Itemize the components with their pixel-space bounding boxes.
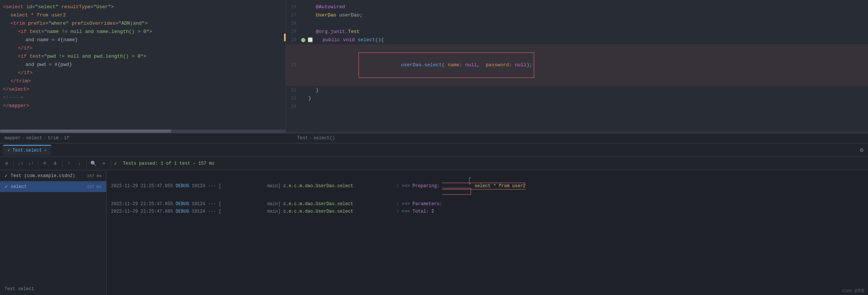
down-button[interactable]: ↓ (76, 160, 83, 167)
xml-if2-tag: <if (18, 52, 30, 61)
log-sep-1: : (353, 183, 402, 189)
log-arrow-2: ==> (402, 201, 413, 207)
log-type-2: Parameters: (413, 201, 442, 207)
log-type-1: Preparing: (413, 183, 442, 189)
line-num-20: 20 (289, 36, 301, 44)
rerun-button[interactable]: ↓↑ (17, 160, 24, 167)
xml-prefix-attr: prefix (28, 19, 46, 28)
bottom-bar: Test select (0, 283, 39, 295)
log-level-3: DEBUG (176, 209, 192, 214)
xml-q2: " (55, 3, 61, 11)
java-line-16: 16 @Autowired (286, 3, 868, 11)
log-highlight-box: select * from user2 (442, 177, 526, 195)
xml-panel: <select id="select" resultType="User"> s… (0, 0, 286, 133)
java-userdao: UserDao userDao; (301, 11, 363, 19)
bc-test: Test (297, 136, 308, 141)
xml-scrollbar-thumb[interactable] (0, 130, 171, 133)
log-pid-1: 19124 --- [ (192, 183, 221, 189)
rerun-failed-button[interactable]: ↓↑ (27, 160, 35, 167)
test-item-select-name: select (10, 184, 84, 189)
red-box-highlight: userDao.select( name: null, password: nu… (358, 52, 534, 78)
tab-bar: ✓ Test.select × ⚙ (0, 143, 868, 157)
test-item-select[interactable]: ✓ select 157 ms (0, 181, 106, 192)
java-annotation: @org.junit.Test (301, 28, 360, 36)
xml-line-1: <select id="select" resultType="User"> (0, 3, 286, 11)
bc-arrow-2: › (44, 136, 46, 140)
log-logger-3: c.e.c.m.dao.UserDao.select (283, 209, 353, 214)
xml-attr2: resultType (61, 3, 90, 11)
bc-arrow-1: › (22, 136, 25, 140)
sep-1 (13, 160, 14, 167)
line-num-16: 16 (289, 3, 301, 11)
xml-line-7: <if test="pwd != null and pwd.length() >… (0, 52, 286, 61)
log-line-1: 2022-11-29 21:25:47.855 DEBUG 19124 --- … (107, 172, 868, 200)
java-method: public void select(){ (315, 36, 384, 44)
java-line-17: 17 UserDao userDao; (286, 11, 868, 19)
sep-2 (38, 160, 38, 167)
gear-icon[interactable]: ⚙ (860, 147, 864, 154)
xml-line-2: select * from user2 (0, 11, 286, 19)
java-close2: } (301, 94, 311, 103)
xml-line-10: </trim> (0, 77, 286, 85)
tab-close-button[interactable]: × (44, 148, 47, 153)
more-button[interactable]: » (100, 160, 108, 167)
log-ts-2: 2022-11-29 21:25:47.855 (111, 201, 176, 207)
java-line-20: 20 ⬤ ⬜ public void select(){ (286, 36, 868, 44)
xml-eq: =" (32, 3, 38, 11)
xml-val: select (38, 3, 56, 11)
java-autowired: @Autowired (301, 3, 345, 11)
bc-right: Test › select() (293, 136, 864, 141)
xml-eq3: =" (46, 19, 52, 28)
log-content-3: 2 (431, 209, 434, 214)
java-line-19: 19 @org.junit.Test (286, 28, 868, 36)
line-num-18: 18 (289, 19, 301, 28)
java-line-18: 18 (286, 19, 868, 28)
log-ts-3: 2022-11-29 21:25:47.885 (111, 209, 176, 214)
xml-q3: "> (108, 3, 114, 11)
xml-scrollbar[interactable] (0, 130, 286, 133)
xml-line-9: </if> (0, 69, 286, 77)
log-pid-2: 19124 --- [ (192, 201, 221, 207)
up-button[interactable]: ↑ (65, 160, 73, 167)
log-level-2: DEBUG (176, 201, 192, 207)
java-line-22: 22 } (286, 86, 868, 94)
sort-duration-button[interactable]: ≑ (52, 160, 59, 167)
bc-if: if (64, 136, 69, 141)
test-item-test[interactable]: ✓ Test (com.example.csdn2) 157 ms (0, 170, 106, 181)
test-status-text: Tests passed: 1 of 1 test – 157 ms (123, 161, 215, 166)
java-panel: 16 @Autowired 17 UserDao userDao; 18 19 … (286, 0, 868, 133)
search-button[interactable]: 🔍 (90, 160, 97, 167)
log-thread-3: main (221, 209, 278, 214)
log-bracket-3: ] (278, 209, 283, 214)
log-ts-1: 2022-11-29 21:25:47.855 (111, 183, 176, 189)
xml-if1-val: name != null and name.length() > 0 (47, 28, 146, 36)
java-close1: } (301, 86, 319, 94)
java-select-call: userDao.select( name: null, password: nu… (301, 44, 534, 86)
xml-prefixover-val: ADN|and (121, 19, 142, 28)
xml-if1-test: test (30, 28, 41, 36)
test-item-name: Test (com.example.csdn2) (10, 173, 84, 179)
bc-select: select (26, 136, 42, 141)
tab-label: Test.select (12, 148, 42, 153)
settings-gear[interactable]: ⚙ (860, 146, 864, 154)
xml-line-8: and pwd = #{pwd} (0, 61, 286, 69)
code-area: <select id="select" resultType="User"> s… (0, 0, 868, 133)
test-item-time: 157 ms (87, 174, 102, 178)
sort-alpha-button[interactable]: ≡ (41, 160, 49, 167)
log-line-2: 2022-11-29 21:25:47.855 DEBUG 19124 --- … (107, 200, 868, 208)
sep-4 (86, 160, 87, 167)
test-select-tab[interactable]: ✓ Test.select × (3, 145, 51, 155)
stop-button[interactable]: ⊘ (3, 160, 10, 167)
line-num-23: 23 (289, 94, 301, 103)
xml-eq6: =" (41, 52, 47, 61)
bc-mapper: mapper (4, 136, 21, 141)
bc-left: mapper › select › trim › if (4, 136, 290, 141)
test-list: ✓ Test (com.example.csdn2) 157 ms ✓ sele… (0, 170, 107, 295)
xml-trim-tag: <trim (10, 19, 28, 28)
xml-eq4: =" (116, 19, 121, 28)
bc-select-fn: select() (313, 136, 335, 141)
java-line-24: 24 (286, 103, 868, 111)
xml-prefixover-attr: prefixOverrides (72, 19, 116, 28)
xml-if2-test: test (30, 52, 41, 61)
xml-q6: "> (146, 28, 152, 36)
